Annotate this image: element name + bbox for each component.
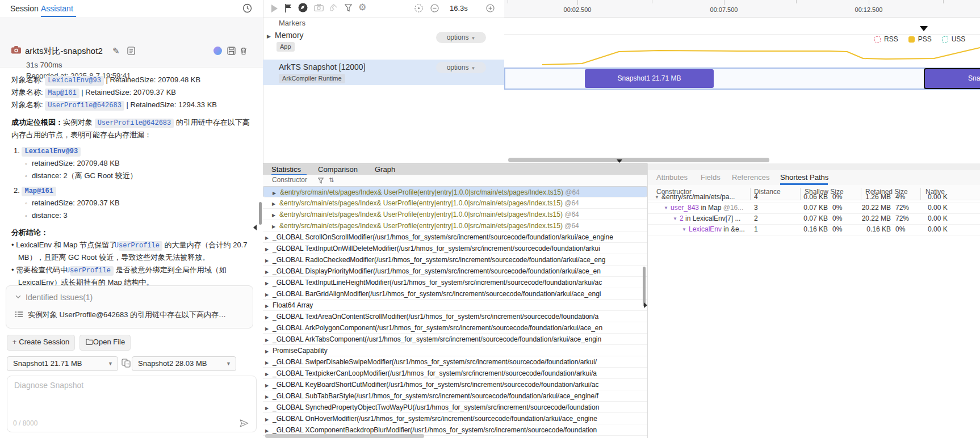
object-chip[interactable]: UserProfile (70, 266, 114, 276)
tab-attributes[interactable]: Attributes (656, 173, 688, 182)
open-file-button[interactable]: Open File (79, 335, 131, 351)
collapse-caret-icon[interactable]: ▼ (664, 203, 668, 213)
diagnose-input[interactable]: Diagnose Snapshot 0 / 8000 (7, 376, 257, 432)
arkts-track-label[interactable]: ArkTS Snapshot [12000] (279, 62, 366, 71)
shortest-path-row[interactable]: ▼LexicalEnv in &e...10.16 KB0%0.16 KB0%0… (648, 224, 980, 235)
tab-statistics[interactable]: Statistics (271, 165, 301, 174)
expand-caret-icon[interactable]: ▶ (265, 278, 271, 288)
snapshot1-select[interactable]: Snapshot1 21.71 MB▼ (7, 356, 118, 371)
memory-options-button[interactable]: options▼ (436, 32, 486, 43)
expand-caret-icon[interactable]: ▶ (265, 414, 271, 424)
object-chip[interactable]: LexicalEnv@93 (22, 147, 81, 157)
snapshot2-block[interactable]: Snapshot2 28.03 MB (924, 68, 980, 89)
zoom-out-icon[interactable] (430, 4, 439, 12)
snapshot1-block[interactable]: Snapshot1 21.71 MB (585, 69, 714, 88)
expand-caret-icon[interactable]: ▶ (265, 380, 271, 390)
object-chip[interactable]: Map@161 (22, 187, 56, 196)
constructor-row[interactable]: ▶_GLOBAL KeyBoardShortCutModifier(/usr1/… (263, 379, 647, 390)
constructor-row[interactable]: ▶Float64 Array (263, 300, 647, 311)
object-chip[interactable]: Map@161 (45, 89, 79, 98)
shortest-path-row[interactable]: ▼&entry/src/main/ets/pa...40.06 KB0%1.26… (648, 192, 980, 203)
object-chip[interactable]: UserProfile (119, 241, 162, 251)
issues-header[interactable]: Identified Issues(1) (26, 293, 93, 302)
constructor-row[interactable]: ▶_GLOBAL OnHoverModifier(/usr1/hmos_for_… (263, 413, 647, 424)
constructor-row[interactable]: ▶_GLOBAL BarGridAlignModifier(/usr1/hmos… (263, 288, 647, 300)
uss-checkbox[interactable] (942, 36, 948, 43)
expand-caret-icon[interactable]: ▶ (265, 335, 271, 345)
expand-caret-icon[interactable]: ▶ (272, 199, 278, 209)
expand-caret-icon[interactable]: ▶ (265, 244, 271, 254)
snapshot2-select[interactable]: Snapshot2 28.03 MB▼ (132, 356, 236, 371)
expand-caret-icon[interactable]: ▶ (265, 357, 271, 368)
rss-checkbox[interactable] (874, 36, 881, 43)
chevron-down-icon[interactable] (15, 295, 21, 298)
object-chip[interactable]: UserProfile@642683 (45, 101, 124, 111)
filter-funnel-icon[interactable] (318, 178, 324, 184)
constructor-row[interactable]: ▶_GLOBAL TextAreaOnContentScrollModifier… (263, 311, 647, 322)
save-icon[interactable] (227, 47, 236, 55)
object-chip[interactable]: UserProfile@642683 (95, 119, 174, 128)
shortest-path-row[interactable]: ▼2 in LexicalEnv[7] ...20.07 KB0%20.22 M… (648, 213, 980, 225)
expand-caret-icon[interactable]: ▶ (273, 188, 278, 197)
expand-caret-icon[interactable]: ▶ (272, 210, 278, 220)
clear-brush-icon[interactable] (329, 3, 338, 12)
constructor-row[interactable]: ▶&entry/src/main/ets/pages/Index& UserPr… (263, 186, 647, 197)
tab-session[interactable]: Session (10, 4, 39, 13)
play-icon[interactable] (271, 5, 278, 12)
tab-assistant[interactable]: Assistant (41, 4, 73, 13)
collapse-caret-icon[interactable]: ▼ (682, 224, 686, 235)
collapse-caret-icon[interactable]: ▼ (673, 213, 677, 224)
constructor-column-header[interactable]: Constructor ⇅ (263, 175, 647, 187)
expand-caret-icon[interactable]: ▶ (265, 255, 271, 266)
create-session-button[interactable]: +Create Session (7, 335, 75, 351)
arkts-options-button[interactable]: options▼ (436, 62, 486, 73)
issue-item[interactable]: 实例对象 UserProfile@642683 的引用链中存在以下高内存… (28, 310, 244, 320)
timeline-hscrollbar[interactable] (508, 158, 769, 162)
expand-caret-icon[interactable]: ▶ (272, 221, 278, 231)
expand-caret-icon[interactable]: ▶ (265, 233, 271, 243)
constructor-row[interactable]: ▶_GLOBAL SwiperDisableSwipeModifier(/usr… (263, 356, 647, 368)
sort-icon[interactable]: ⇅ (329, 176, 334, 184)
filter-funnel-icon[interactable] (345, 4, 352, 12)
legend-rss[interactable]: RSS (874, 35, 898, 43)
compass-capture-icon[interactable] (298, 3, 308, 12)
tab-references[interactable]: References (732, 173, 769, 182)
timeline-chart[interactable]: 00:02.500 00:07.500 00:12.500 RSS PSS US… (504, 0, 980, 157)
tab-shortest-paths[interactable]: Shortest Paths (780, 173, 828, 182)
expand-caret-icon[interactable]: ▶ (265, 289, 271, 300)
constructor-row[interactable]: ▶&entry/src/main/ets/pages/Index& UserPr… (263, 220, 647, 231)
expand-caret-icon[interactable]: ▶ (265, 369, 271, 379)
expand-caret-icon[interactable]: ▶ (265, 301, 271, 311)
tab-comparison[interactable]: Comparison (318, 165, 358, 174)
zoom-in-icon[interactable] (486, 4, 495, 12)
stats-hscrollbar[interactable] (265, 434, 424, 438)
object-chip[interactable]: LexicalEnv@93 (45, 76, 104, 86)
expand-caret-icon[interactable]: ▶ (267, 33, 271, 39)
collapse-caret-icon[interactable]: ▼ (655, 192, 659, 203)
tab-graph[interactable]: Graph (375, 165, 395, 174)
constructor-row[interactable]: ▶_GLOBAL RadioCheckedModifier(/usr1/hmos… (263, 254, 647, 266)
constructor-row[interactable]: ▶_GLOBAL DisplayPriorityModifier(/usr1/h… (263, 266, 647, 277)
rename-pencil-icon[interactable]: ✎ (112, 46, 120, 56)
settings-gear-icon[interactable]: ⚙ (358, 2, 366, 12)
constructor-row[interactable]: ▶_GLOBAL SubTabBarStyle(/usr1/hmos_for_s… (263, 390, 647, 402)
constructor-row[interactable]: ▶_GLOBAL TextInputOnWillDeleteModifier(/… (263, 243, 647, 254)
constructor-row[interactable]: ▶_GLOBAL ArkTabsComponent(/usr1/hmos_for… (263, 334, 647, 345)
pane-dropdown-caret[interactable] (617, 159, 622, 163)
expand-caret-icon[interactable]: ▶ (265, 403, 271, 413)
delete-trash-icon[interactable] (240, 47, 248, 55)
flag-icon[interactable] (285, 4, 292, 12)
restore-zoom-icon[interactable] (414, 4, 423, 12)
report-doc-icon[interactable] (127, 47, 135, 55)
expand-caret-icon[interactable]: ▶ (265, 312, 271, 322)
constructor-row[interactable]: ▶_GLOBAL ScrollOnScrollModifier(/usr1/hm… (263, 231, 647, 243)
constructor-row[interactable]: ▶_GLOBAL SynchedPropertyObjectTwoWayPU(/… (263, 402, 647, 413)
compare-snapshots-icon[interactable] (122, 359, 131, 368)
stats-vscrollbar[interactable] (643, 267, 646, 306)
expand-caret-icon[interactable]: ▶ (265, 323, 271, 334)
legend-uss[interactable]: USS (942, 35, 966, 43)
constructor-row[interactable]: ▶PromiseCapability (263, 345, 647, 356)
tab-fields[interactable]: Fields (701, 173, 721, 182)
screenshot-camera-icon[interactable] (314, 4, 324, 11)
memory-track-label[interactable]: Memory (275, 31, 304, 40)
